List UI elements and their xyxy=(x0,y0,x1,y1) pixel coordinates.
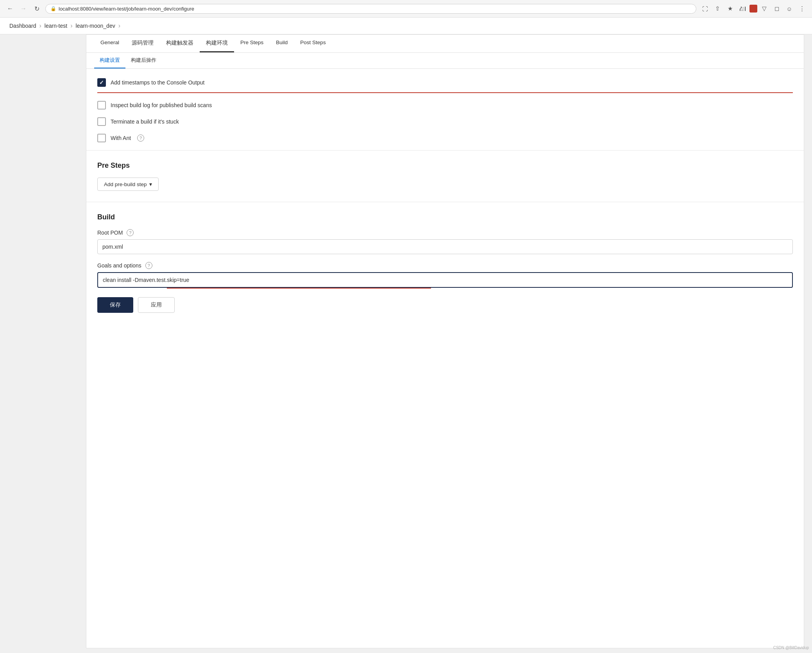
add-step-btn-label: Add pre-build step xyxy=(104,181,147,187)
browser-actions: ⛶ ⇧ ★ ⛜ ▽ ◻ ☺ ⋮ xyxy=(699,3,807,14)
timestamps-red-line xyxy=(97,92,793,93)
goals-group: Goals and options ? xyxy=(97,262,793,288)
tab-triggers[interactable]: 构建触发器 xyxy=(160,35,200,52)
lock-icon: 🔒 xyxy=(50,6,56,11)
bottom-actions: 保存 应用 xyxy=(97,297,793,321)
tab-build[interactable]: Build xyxy=(270,35,294,52)
checkbox-item-with-ant: With Ant ? xyxy=(97,134,793,142)
pre-steps-section: Pre Steps Add pre-build step ▾ xyxy=(97,161,793,191)
tab-source[interactable]: 源码管理 xyxy=(125,35,160,52)
goals-red-underline xyxy=(167,288,431,289)
checkbox-timestamps[interactable] xyxy=(97,78,106,87)
breadcrumb-sep-3: › xyxy=(118,22,120,29)
url-text: localhost:8080/view/learn-test/job/learn… xyxy=(59,6,194,12)
screenshot-btn[interactable]: ⛶ xyxy=(699,3,710,14)
breadcrumb-sep-2: › xyxy=(70,22,72,29)
form-area: Add timestamps to the Console Output Ins… xyxy=(86,69,804,330)
breadcrumb: Dashboard › learn-test › learn-moon_dev … xyxy=(0,18,812,34)
right-panel xyxy=(804,34,812,648)
tab-build-env[interactable]: 构建环境 xyxy=(200,35,234,52)
checkbox-terminate[interactable] xyxy=(97,117,106,126)
section-divider-1 xyxy=(86,150,804,151)
profiles-btn[interactable]: ⛜ xyxy=(737,3,748,14)
sub-tabs: 构建设置 构建后操作 xyxy=(86,53,804,69)
add-pre-build-step-button[interactable]: Add pre-build step ▾ xyxy=(97,178,159,191)
extensions-btn[interactable]: ▽ xyxy=(759,3,770,14)
reload-button[interactable]: ↻ xyxy=(31,3,42,14)
checkbox-with-ant-label: With Ant xyxy=(111,135,131,141)
extension-icon xyxy=(749,5,757,13)
goals-input[interactable] xyxy=(97,272,793,288)
root-pom-input-wrapper xyxy=(97,239,793,254)
sub-tab-build-settings[interactable]: 构建设置 xyxy=(94,53,125,68)
breadcrumb-learn-test[interactable]: learn-test xyxy=(45,23,67,29)
checkbox-item-inspect: Inspect build log for published build sc… xyxy=(97,101,793,109)
tab-post-steps[interactable]: Post Steps xyxy=(294,35,332,52)
menu-btn[interactable]: ⋮ xyxy=(796,3,807,14)
back-button[interactable]: ← xyxy=(5,3,16,14)
tab-pre-steps[interactable]: Pre Steps xyxy=(234,35,270,52)
checkbox-timestamps-label: Add timestamps to the Console Output xyxy=(111,79,204,86)
section-divider-2 xyxy=(86,202,804,202)
checkbox-terminate-label: Terminate a build if it's stuck xyxy=(111,118,179,125)
save-button[interactable]: 保存 xyxy=(97,297,133,313)
tabs-container: General 源码管理 构建触发器 构建环境 Pre Steps Build … xyxy=(86,35,804,53)
nav-buttons: ← → ↻ xyxy=(5,3,42,14)
address-bar[interactable]: 🔒 localhost:8080/view/learn-test/job/lea… xyxy=(45,4,696,14)
sub-tab-post-build[interactable]: 构建后操作 xyxy=(125,53,162,68)
root-pom-label: Root POM ? xyxy=(97,229,793,236)
pre-steps-title: Pre Steps xyxy=(97,161,793,170)
root-pom-help-icon[interactable]: ? xyxy=(127,229,134,236)
sidebar-btn[interactable]: ◻ xyxy=(771,3,782,14)
share-btn[interactable]: ⇧ xyxy=(712,3,723,14)
bookmark-btn[interactable]: ★ xyxy=(724,3,735,14)
breadcrumb-sep-1: › xyxy=(39,22,41,29)
build-title: Build xyxy=(97,213,793,221)
tabs: General 源码管理 构建触发器 构建环境 Pre Steps Build … xyxy=(94,35,796,52)
breadcrumb-learn-moon-dev[interactable]: learn-moon_dev xyxy=(76,23,115,29)
checkbox-with-ant[interactable] xyxy=(97,134,106,142)
checkbox-inspect-label: Inspect build log for published build sc… xyxy=(111,102,212,108)
browser-toolbar: ← → ↻ 🔒 localhost:8080/view/learn-test/j… xyxy=(0,0,812,17)
apply-button[interactable]: 应用 xyxy=(138,297,175,313)
sidebar xyxy=(0,34,86,648)
watermark: CSDN @BillDavidup xyxy=(773,646,809,650)
main-content: General 源码管理 构建触发器 构建环境 Pre Steps Build … xyxy=(0,34,812,648)
with-ant-help-icon[interactable]: ? xyxy=(137,135,144,142)
goals-help-icon[interactable]: ? xyxy=(145,262,152,269)
tab-general[interactable]: General xyxy=(94,35,125,52)
forward-button[interactable]: → xyxy=(18,3,29,14)
goals-input-wrapper xyxy=(97,272,793,288)
content-area: General 源码管理 构建触发器 构建环境 Pre Steps Build … xyxy=(86,34,804,648)
root-pom-input[interactable] xyxy=(97,239,793,254)
breadcrumb-dashboard[interactable]: Dashboard xyxy=(9,23,36,29)
root-pom-group: Root POM ? xyxy=(97,229,793,254)
checkbox-item-terminate: Terminate a build if it's stuck xyxy=(97,117,793,126)
checkbox-inspect[interactable] xyxy=(97,101,106,109)
goals-label: Goals and options ? xyxy=(97,262,793,269)
browser-chrome: ← → ↻ 🔒 localhost:8080/view/learn-test/j… xyxy=(0,0,812,18)
profile-btn[interactable]: ☺ xyxy=(784,3,795,14)
build-section: Build Root POM ? Goals and options ? xyxy=(97,213,793,321)
add-step-dropdown-icon: ▾ xyxy=(149,181,152,187)
